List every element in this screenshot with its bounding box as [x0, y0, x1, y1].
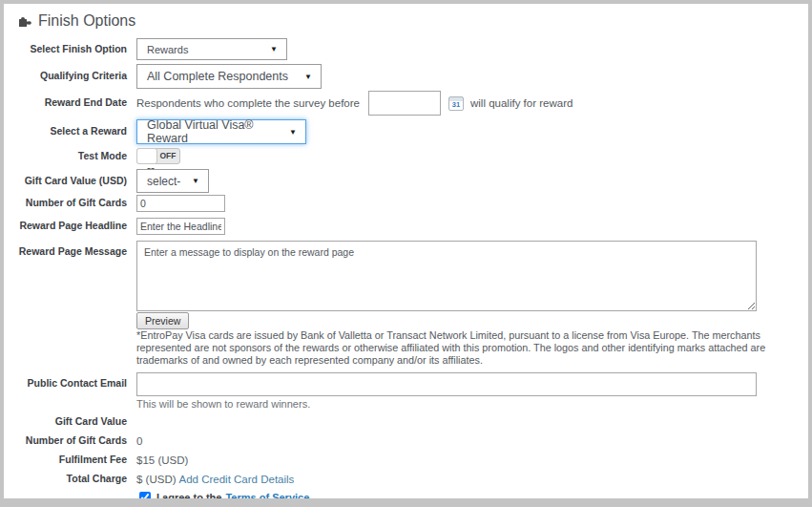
summary-row-total-charge: Total Charge $ (USD)Add Credit Card Deta… — [4, 473, 808, 486]
reward-page-message-textarea[interactable] — [136, 241, 757, 311]
finish-option-select[interactable]: Rewards — [136, 38, 287, 60]
summary-row-fulfilment-fee: Fulfilment Fee $15 (USD) — [4, 454, 808, 467]
summary-fulfilment-fee-label: Fulfilment Fee — [4, 454, 127, 466]
test-mode-label: Test Mode — [4, 150, 127, 162]
agree-checkbox[interactable] — [139, 492, 151, 498]
reward-select[interactable]: Global Virtual Visa® Reward — [136, 119, 306, 144]
summary-row-number-of-gift-cards: Number of Gift Cards 0 — [4, 434, 808, 448]
summary-total-charge: $ (USD)Add Credit Card Details — [136, 474, 294, 485]
summary-gift-card-value-label: Gift Card Value — [4, 415, 127, 428]
row-test-mode: Test Mode OFF — [4, 148, 808, 164]
reward-page-headline-label: Reward Page Headline — [4, 220, 127, 232]
toggle-knob — [136, 148, 157, 164]
preview-button[interactable]: Preview — [136, 312, 189, 329]
preview-button-wrap: Preview — [136, 311, 808, 329]
puzzle-piece-icon — [18, 15, 31, 28]
summary-number-of-gift-cards: 0 — [136, 435, 142, 447]
row-number-of-gift-cards: Number of Gift Cards — [4, 195, 808, 212]
reward-end-date-input[interactable] — [368, 91, 441, 116]
reward-page-headline-input[interactable] — [136, 218, 225, 235]
row-qualifying-criteria: Qualifying Criteria All Complete Respond… — [4, 64, 808, 89]
public-contact-email-helper: This will be shown to reward winners. — [136, 398, 757, 410]
reward-end-date-suffix: will qualify for reward — [470, 97, 573, 109]
page-title-text: Finish Options — [38, 12, 135, 30]
qualifying-criteria-select[interactable]: All Complete Respondents — [136, 64, 322, 89]
reward-end-date-label: Reward End Date — [4, 96, 127, 109]
row-reward-end-date: Reward End Date Respondents who complete… — [4, 91, 808, 116]
finish-options-panel: Finish Options Select Finish Option Rewa… — [4, 4, 808, 498]
summary-fulfilment-fee: $15 (USD) — [136, 454, 188, 466]
row-reward-page-headline: Reward Page Headline — [4, 218, 808, 235]
summary-total-charge-label: Total Charge — [4, 473, 127, 485]
number-of-gift-cards-input[interactable] — [136, 195, 225, 212]
page-title: Finish Options — [4, 4, 808, 38]
summary-row-gift-card-value: Gift Card Value — [4, 415, 808, 429]
public-contact-email-label: Public Contact Email — [4, 372, 127, 390]
add-credit-card-details-link[interactable]: Add Credit Card Details — [179, 474, 295, 485]
row-reward-page-message: Reward Page Message — [4, 241, 808, 311]
public-contact-email-input[interactable] — [136, 372, 757, 396]
qualifying-criteria-value: All Complete Respondents — [147, 70, 288, 83]
number-of-gift-cards-label: Number of Gift Cards — [4, 197, 127, 209]
row-gift-card-value: Gift Card Value (USD) --select-- — [4, 169, 808, 193]
reward-page-message-label: Reward Page Message — [4, 241, 127, 258]
test-mode-toggle[interactable]: OFF — [136, 148, 180, 164]
toggle-state-label: OFF — [156, 149, 179, 163]
calendar-icon-day: 31 — [452, 100, 460, 109]
gift-card-value-label: Gift Card Value (USD) — [4, 175, 127, 187]
finish-option-value: Rewards — [147, 44, 188, 55]
total-charge-amount: $ (USD) — [136, 474, 177, 485]
reward-end-date-prefix: Respondents who complete the survey befo… — [136, 97, 360, 109]
qualifying-criteria-label: Qualifying Criteria — [4, 70, 127, 82]
finish-option-label: Select Finish Option — [4, 43, 127, 55]
select-a-reward-label: Select a Reward — [4, 125, 127, 137]
entropay-disclaimer: *EntroPay Visa cards are issued by Bank … — [136, 329, 804, 368]
terms-of-service-link[interactable]: Terms of Service — [225, 492, 309, 498]
gift-card-value-select[interactable]: --select-- — [136, 169, 209, 193]
row-select-finish-option: Select Finish Option Rewards — [4, 38, 808, 60]
calendar-icon[interactable]: 31 — [448, 96, 464, 111]
agreement-row: I agree to the Terms of Service — [136, 492, 808, 498]
summary-number-of-gift-cards-label: Number of Gift Cards — [4, 434, 127, 447]
row-select-a-reward: Select a Reward Global Virtual Visa® Rew… — [4, 119, 808, 144]
agreement-text: I agree to the — [156, 492, 221, 498]
reward-select-value: Global Virtual Visa® Reward — [147, 118, 281, 145]
row-public-contact-email: Public Contact Email This will be shown … — [4, 372, 808, 410]
